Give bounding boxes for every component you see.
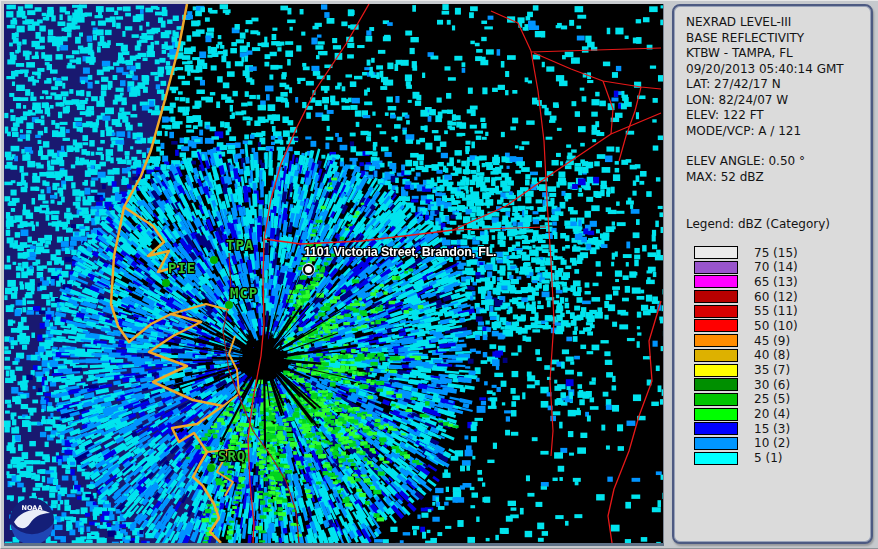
legend-row: 55 (11)	[694, 305, 859, 318]
station-label-tpa: TPA	[226, 237, 254, 253]
legend-row-label: 55 (11)	[754, 304, 798, 318]
radar-map: TPAPIEMCPSRQ 1101 Victoria Street, Brand…	[4, 4, 664, 543]
legend-row: 20 (4)	[694, 408, 859, 421]
legend-color-swatch	[694, 290, 738, 303]
legend-row-label: 25 (5)	[754, 392, 790, 406]
legend-color-swatch	[694, 452, 738, 465]
legend-color-swatch	[694, 334, 738, 347]
legend-color-swatch	[694, 378, 738, 391]
legend-color-swatch	[694, 364, 738, 377]
legend-row: 70 (14)	[694, 261, 859, 274]
legend-row: 15 (3)	[694, 422, 859, 435]
legend-color-swatch	[694, 319, 738, 332]
station-label-srq: SRQ	[218, 448, 246, 464]
legend-row-label: 45 (9)	[754, 334, 790, 348]
metadata-line: ELEV: 122 FT	[686, 108, 859, 124]
legend-color-swatch	[694, 305, 738, 318]
metadata-line: LAT: 27/42/17 N	[686, 77, 859, 93]
legend-row: 30 (6)	[694, 378, 859, 391]
scan-parameters: ELEV ANGLE: 0.50 ° MAX: 52 dBZ	[686, 154, 859, 185]
station-label-mcp: MCP	[230, 285, 258, 301]
legend-color-swatch	[694, 246, 738, 259]
legend-color-swatch	[694, 275, 738, 288]
map-bottom-edge	[4, 543, 664, 546]
legend-row: 10 (2)	[694, 437, 859, 450]
metadata-line: LON: 82/24/07 W	[686, 93, 859, 109]
metadata-line: BASE REFLECTIVITY	[686, 31, 859, 47]
location-marker-dot	[303, 264, 314, 275]
elev-angle-line: ELEV ANGLE: 0.50 °	[686, 154, 859, 170]
legend-row: 5 (1)	[694, 452, 859, 465]
info-panel: NEXRAD LEVEL-IIIBASE REFLECTIVITYKTBW - …	[672, 4, 873, 544]
legend-color-swatch	[694, 393, 738, 406]
legend-row: 60 (12)	[694, 290, 859, 303]
legend-color-swatch	[694, 437, 738, 450]
legend-color-swatch	[694, 408, 738, 421]
legend-row-label: 70 (14)	[754, 260, 798, 274]
legend-row-label: 15 (3)	[754, 422, 790, 436]
legend-row-label: 20 (4)	[754, 407, 790, 421]
dbz-legend: 75 (15) 70 (14) 65 (13) 60 (12) 55 (11) …	[694, 246, 859, 465]
noaa-logo: NOAA	[8, 496, 56, 543]
legend-row-label: 35 (7)	[754, 363, 790, 377]
legend-row-label: 65 (13)	[754, 275, 798, 289]
legend-color-swatch	[694, 422, 738, 435]
legend-row: 25 (5)	[694, 393, 859, 406]
legend-row-label: 40 (8)	[754, 348, 790, 362]
legend-color-swatch	[694, 349, 738, 362]
app-window: TPAPIEMCPSRQ 1101 Victoria Street, Brand…	[0, 0, 878, 549]
legend-row-label: 10 (2)	[754, 436, 790, 450]
legend-row: 75 (15)	[694, 246, 859, 259]
radar-metadata: NEXRAD LEVEL-IIIBASE REFLECTIVITYKTBW - …	[686, 15, 859, 139]
max-dbz-line: MAX: 52 dBZ	[686, 170, 859, 186]
metadata-line: MODE/VCP: A / 121	[686, 124, 859, 140]
radar-display-canvas	[4, 4, 663, 543]
legend-row: 35 (7)	[694, 364, 859, 377]
legend-title: Legend: dBZ (Category)	[686, 217, 859, 231]
legend-row-label: 30 (6)	[754, 378, 790, 392]
legend-row-label: 75 (15)	[754, 246, 798, 260]
station-label-pie: PIE	[168, 260, 196, 276]
legend-row-label: 60 (12)	[754, 290, 798, 304]
metadata-line: NEXRAD LEVEL-III	[686, 15, 859, 31]
legend-row: 40 (8)	[694, 349, 859, 362]
noaa-logo-text: NOAA	[22, 504, 43, 512]
location-marker-label: 1101 Victoria Street, Brandon, FL.	[304, 245, 496, 259]
legend-row-label: 5 (1)	[754, 451, 782, 465]
legend-row: 45 (9)	[694, 334, 859, 347]
metadata-line: 09/20/2013 05:40:14 GMT	[686, 62, 859, 78]
legend-row-label: 50 (10)	[754, 319, 798, 333]
legend-color-swatch	[694, 261, 738, 274]
metadata-line: KTBW - TAMPA, FL	[686, 46, 859, 62]
legend-row: 65 (13)	[694, 275, 859, 288]
legend-row: 50 (10)	[694, 319, 859, 332]
